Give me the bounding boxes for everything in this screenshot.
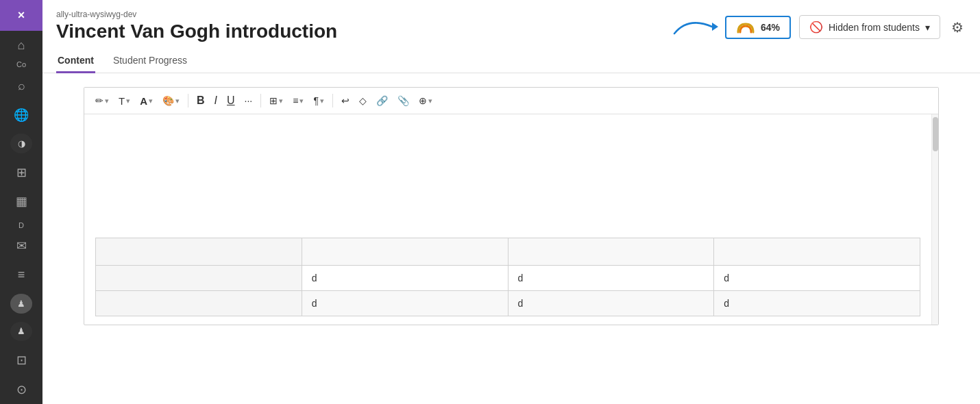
settings-button[interactable]: ⚙ bbox=[948, 16, 966, 38]
table-cell[interactable]: d bbox=[302, 291, 508, 316]
sidebar-item-user2[interactable]: ♟ bbox=[10, 294, 32, 314]
tag-icon: ◇ bbox=[359, 95, 367, 106]
sidebar-label-co: Co bbox=[16, 60, 26, 68]
attachment-icon: 📎 bbox=[397, 95, 409, 106]
calendar-icon: ▦ bbox=[16, 194, 27, 209]
undo-icon: ↩ bbox=[341, 95, 350, 106]
table-cell[interactable] bbox=[714, 238, 920, 266]
table-icon: ⊞ bbox=[269, 95, 278, 106]
person-icon: ♟ bbox=[17, 299, 25, 309]
ally-score-icon bbox=[736, 21, 755, 34]
close-icon: × bbox=[18, 8, 25, 23]
color-dropdown-arrow: ▾ bbox=[175, 97, 180, 105]
tab-bar: Content Student Progress bbox=[56, 49, 966, 73]
hyperlink-icon: 🔗 bbox=[376, 95, 388, 106]
italic-icon: I bbox=[215, 94, 217, 107]
tab-content[interactable]: Content bbox=[56, 49, 95, 73]
toolbar-more-button[interactable]: ··· bbox=[241, 92, 257, 109]
globe-icon: 🌐 bbox=[14, 108, 29, 123]
sidebar-item-globe[interactable]: 🌐 bbox=[0, 101, 42, 130]
toolbar-attachment-button[interactable]: 📎 bbox=[393, 92, 413, 109]
table-cell[interactable]: d bbox=[714, 291, 920, 316]
eye-slash-icon: 🚫 bbox=[809, 21, 823, 34]
toolbar-align-button[interactable]: ≡ ▾ bbox=[289, 92, 308, 109]
close-panel-button[interactable]: × bbox=[0, 0, 42, 31]
paragraph-icon: ¶ bbox=[313, 95, 319, 106]
sidebar-item-export[interactable]: ⊡ bbox=[0, 345, 42, 375]
visibility-button[interactable]: 🚫 Hidden from students ▾ bbox=[799, 15, 940, 39]
table-row bbox=[96, 238, 920, 266]
sidebar-item-search[interactable]: ⌕ bbox=[0, 71, 42, 101]
toolbar-color-button[interactable]: 🎨 ▾ bbox=[158, 92, 184, 109]
toolbar-separator-3 bbox=[332, 94, 333, 108]
editor-toolbar: ✏ ▾ T ▾ A ▾ 🎨 ▾ B bbox=[84, 88, 938, 114]
table-cell[interactable] bbox=[302, 238, 508, 266]
editor-blank-space bbox=[95, 123, 920, 232]
svg-marker-0 bbox=[712, 23, 718, 31]
sidebar-label-d: D bbox=[19, 221, 24, 229]
sidebar-item-calendar[interactable]: ▦ bbox=[0, 187, 42, 216]
tab-student-progress[interactable]: Student Progress bbox=[112, 49, 188, 73]
toolbar-edit-button[interactable]: ✏ ▾ bbox=[91, 92, 113, 109]
toolbar-font-size-button[interactable]: A ▾ bbox=[136, 92, 157, 110]
table-cell[interactable] bbox=[96, 266, 302, 291]
mail-icon: ✉ bbox=[16, 238, 27, 253]
underline-icon: U bbox=[227, 94, 235, 107]
table-cell[interactable]: d bbox=[714, 266, 920, 291]
main-content: ally-ultra-wysiwyg-dev Vincent Van Gogh … bbox=[42, 0, 980, 404]
font-size-dropdown-arrow: ▾ bbox=[149, 97, 153, 105]
table-cell[interactable] bbox=[96, 238, 302, 266]
font-size-icon: A bbox=[140, 95, 147, 107]
sidebar-item-mail[interactable]: ✉ bbox=[0, 231, 42, 260]
editor-table: d d d d d d bbox=[95, 238, 920, 316]
table-cell[interactable] bbox=[508, 238, 714, 266]
paragraph-dropdown-arrow: ▾ bbox=[320, 97, 324, 105]
edit-dropdown-arrow: ▾ bbox=[105, 97, 109, 105]
scrollbar-thumb[interactable] bbox=[933, 117, 938, 151]
ally-score-button[interactable]: 64% bbox=[725, 16, 791, 39]
editor-wrapper: ✏ ▾ T ▾ A ▾ 🎨 ▾ B bbox=[42, 73, 980, 404]
header-title-section: ally-ultra-wysiwyg-dev Vincent Van Gogh … bbox=[56, 10, 337, 42]
toolbar-italic-button[interactable]: I bbox=[210, 92, 221, 110]
editor-editable-area[interactable]: d d d d d d bbox=[84, 114, 931, 325]
table-cell[interactable]: d bbox=[508, 266, 714, 291]
table-dropdown-arrow: ▾ bbox=[279, 97, 283, 105]
page-header: ally-ultra-wysiwyg-dev Vincent Van Gogh … bbox=[42, 0, 980, 73]
toolbar-text-style-button[interactable]: T ▾ bbox=[114, 92, 134, 110]
toolbar-paragraph-button[interactable]: ¶ ▾ bbox=[309, 92, 328, 109]
table-cell[interactable] bbox=[96, 291, 302, 316]
table-row: d d d bbox=[96, 291, 920, 316]
toolbar-underline-button[interactable]: U bbox=[223, 92, 239, 110]
toolbar-hyperlink-button[interactable]: 🔗 bbox=[372, 92, 392, 109]
editor-body: d d d d d d bbox=[84, 114, 938, 325]
gear-icon: ⚙ bbox=[951, 20, 964, 35]
toolbar-table-button[interactable]: ⊞ ▾ bbox=[265, 92, 287, 109]
sidebar-item-user1[interactable]: ◑ bbox=[10, 134, 32, 153]
table-cell[interactable]: d bbox=[302, 266, 508, 291]
sidebar-item-list[interactable]: ≡ bbox=[0, 260, 42, 290]
color-icon: 🎨 bbox=[162, 95, 174, 106]
sidebar-item-grid[interactable]: ⊞ bbox=[0, 157, 42, 187]
editor-container: ✏ ▾ T ▾ A ▾ 🎨 ▾ B bbox=[84, 87, 939, 325]
home-icon: ⌂ bbox=[18, 38, 25, 53]
toolbar-bold-button[interactable]: B bbox=[193, 92, 209, 110]
sidebar-item-home[interactable]: ⌂ bbox=[0, 31, 42, 60]
grid-icon: ⊞ bbox=[16, 165, 27, 180]
visibility-dropdown-arrow: ▾ bbox=[925, 22, 930, 33]
editor-scrollbar[interactable] bbox=[931, 114, 938, 325]
align-dropdown-arrow: ▾ bbox=[299, 97, 304, 105]
sidebar-item-user3[interactable]: ♟ bbox=[10, 322, 32, 342]
search-icon: ⌕ bbox=[18, 79, 25, 93]
page-title: Vincent Van Gogh introduction bbox=[56, 21, 337, 42]
toolbar-tag-button[interactable]: ◇ bbox=[355, 92, 371, 109]
table-cell[interactable]: d bbox=[508, 291, 714, 316]
user-icon: ◑ bbox=[18, 138, 25, 149]
header-actions: 64% 🚫 Hidden from students ▾ ⚙ bbox=[725, 15, 966, 39]
toolbar-undo-button[interactable]: ↩ bbox=[337, 92, 354, 109]
text-style-icon: T bbox=[119, 95, 125, 107]
visibility-label: Hidden from students bbox=[829, 22, 920, 33]
export-icon: ⊡ bbox=[16, 353, 27, 368]
sidebar-item-clock[interactable]: ⊙ bbox=[0, 375, 42, 404]
sidebar: × ⌂ Co ⌕ 🌐 ◑ ⊞ ▦ D ✉ ≡ ♟ ♟ ⊡ ⊙ bbox=[0, 0, 42, 404]
toolbar-insert-button[interactable]: ⊕ ▾ bbox=[415, 92, 437, 109]
